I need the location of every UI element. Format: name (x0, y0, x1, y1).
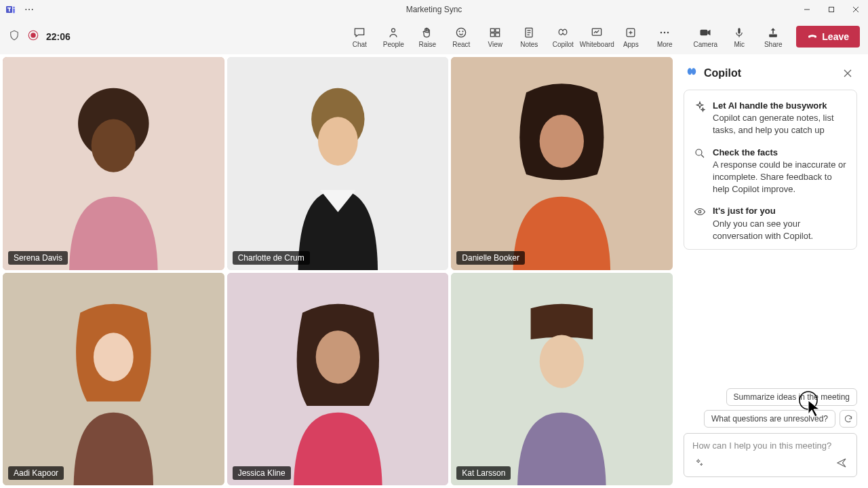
svg-rect-30 (738, 28, 741, 33)
svg-point-50 (698, 210, 701, 213)
svg-point-10 (392, 29, 395, 32)
svg-point-43 (315, 330, 359, 383)
whiteboard-button[interactable]: Whiteboard (580, 21, 613, 52)
participant-name: Charlotte de Crum (233, 251, 310, 265)
video-grid: Serena Davis Charlotte de Crum Danielle … (3, 57, 673, 485)
card-item: Check the factsA response could be inacc… (694, 147, 847, 196)
share-button[interactable]: Share (757, 21, 789, 52)
raise-hand-icon (420, 26, 434, 39)
copilot-close-button[interactable] (840, 65, 856, 81)
meeting-title: Marketing Sync (406, 5, 462, 14)
participant-video (227, 273, 449, 486)
meeting-toolbar: 22:06 Chat People Raise React View Notes (0, 19, 868, 54)
svg-point-45 (540, 335, 584, 388)
view-button[interactable]: View (479, 21, 511, 52)
participant-video (451, 57, 673, 270)
svg-rect-5 (829, 7, 834, 12)
participant-video (227, 57, 449, 270)
card-item: Let AI handle the busyworkCopilot can ge… (694, 100, 847, 137)
video-tile[interactable]: Charlotte de Crum (227, 57, 449, 270)
participant-name: Aadi Kapoor (8, 466, 64, 480)
people-icon (387, 26, 400, 39)
svg-rect-16 (491, 33, 495, 36)
video-tile[interactable]: Aadi Kapoor (3, 273, 224, 486)
svg-rect-2 (9, 7, 10, 12)
svg-line-49 (701, 155, 704, 157)
suggestion-chip[interactable]: What questions are unresolved? (704, 410, 835, 428)
participant-video (3, 57, 224, 270)
copilot-button[interactable]: Copilot (547, 21, 579, 52)
participant-name: Danielle Booker (456, 251, 525, 265)
svg-rect-17 (496, 33, 500, 36)
camera-icon (698, 26, 712, 39)
svg-point-26 (660, 31, 663, 33)
svg-rect-29 (701, 29, 708, 35)
mic-button[interactable]: Mic (723, 21, 755, 52)
copilot-input-box[interactable] (684, 433, 857, 477)
meeting-timer: 22:06 (46, 31, 71, 42)
svg-point-34 (92, 119, 136, 172)
leave-button[interactable]: Leave (796, 26, 860, 48)
sparkle-action-icon[interactable] (692, 456, 706, 470)
react-button[interactable]: React (445, 21, 477, 52)
svg-point-9 (31, 33, 36, 38)
notes-button[interactable]: Notes (513, 21, 545, 52)
suggestion-chip[interactable]: Summarize ideas in the meeting (726, 388, 857, 406)
video-tile[interactable]: Kat Larsson (451, 273, 673, 486)
card-item: It's just for youOnly you can see your c… (694, 205, 847, 242)
video-tile[interactable]: Danielle Booker (451, 57, 673, 270)
magnify-icon (694, 147, 706, 159)
raise-button[interactable]: Raise (411, 21, 443, 52)
camera-button[interactable]: Camera (689, 21, 722, 52)
copilot-icon (556, 26, 570, 39)
svg-rect-31 (769, 34, 777, 37)
send-button[interactable] (835, 456, 848, 470)
apps-icon (624, 26, 637, 39)
mic-icon (732, 26, 746, 39)
svg-rect-14 (491, 29, 495, 32)
copilot-title: Copilot (704, 67, 834, 79)
notes-icon (522, 26, 536, 39)
shield-icon (8, 29, 20, 44)
titlebar-more-icon[interactable]: ⋯ (22, 3, 37, 16)
svg-point-13 (462, 31, 463, 31)
leave-icon (807, 31, 818, 42)
close-button[interactable] (844, 0, 868, 19)
svg-point-11 (457, 28, 466, 37)
svg-point-28 (667, 31, 669, 33)
people-button[interactable]: People (377, 21, 410, 52)
svg-point-39 (540, 115, 584, 168)
copilot-suggestions: Summarize ideas in the meeting What ques… (675, 388, 865, 433)
copilot-text-input[interactable] (692, 440, 848, 451)
video-tile[interactable]: Serena Davis (3, 57, 224, 270)
svg-point-12 (459, 31, 460, 31)
eye-icon (694, 206, 706, 218)
svg-rect-15 (496, 29, 500, 32)
copilot-header: Copilot (675, 57, 865, 90)
chat-button[interactable]: Chat (343, 21, 376, 52)
titlebar: ⋯ Marketing Sync (0, 0, 868, 19)
participant-name: Kat Larsson (456, 466, 511, 480)
minimize-button[interactable] (795, 0, 819, 19)
copilot-panel: Copilot Let AI handle the busyworkCopilo… (675, 57, 865, 485)
view-icon (488, 26, 502, 39)
svg-point-48 (696, 149, 702, 155)
copilot-intro-card: Let AI handle the busyworkCopilot can ge… (684, 90, 857, 250)
svg-point-3 (13, 7, 15, 9)
apps-button[interactable]: Apps (614, 21, 647, 52)
video-tile[interactable]: Jessica Kline (227, 273, 449, 486)
more-icon (658, 26, 671, 39)
more-button[interactable]: More (648, 21, 681, 52)
window-controls (795, 0, 868, 19)
participant-video (3, 273, 224, 486)
share-icon (766, 26, 780, 39)
teams-app-icon (5, 4, 16, 15)
participant-name: Serena Davis (8, 251, 68, 265)
refresh-suggestions-button[interactable] (840, 410, 857, 428)
whiteboard-icon (590, 26, 604, 39)
participant-video (451, 273, 673, 486)
maximize-button[interactable] (819, 0, 844, 19)
svg-point-27 (664, 31, 666, 33)
react-icon (454, 26, 468, 39)
sparkle-icon (694, 100, 706, 113)
